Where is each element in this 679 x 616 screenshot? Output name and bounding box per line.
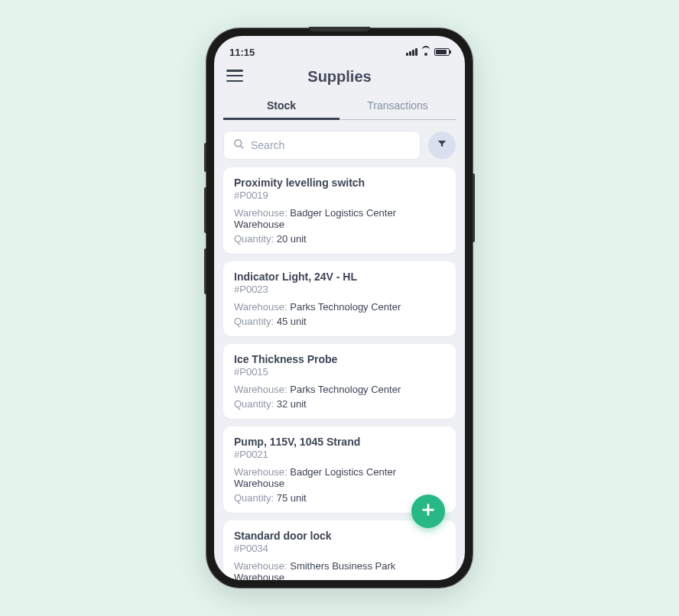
battery-icon [434, 48, 450, 56]
list-item[interactable]: Ice Thickness Probe #P0015 Warehouse: Pa… [223, 344, 456, 419]
item-quantity: Quantity: 32 unit [234, 398, 445, 410]
svg-line-1 [241, 146, 243, 148]
app-screen: 11:15 Supplies Stock Transactions [214, 36, 465, 580]
tab-transactions[interactable]: Transactions [340, 93, 456, 119]
tab-label: Transactions [367, 99, 428, 112]
item-id: #P0019 [234, 190, 445, 201]
status-indicators [406, 48, 450, 56]
wifi-icon [421, 48, 431, 56]
item-id: #P0023 [234, 284, 445, 295]
add-button[interactable] [411, 494, 445, 528]
app-header: Supplies [214, 63, 465, 93]
status-bar: 11:15 [214, 36, 465, 63]
tabs: Stock Transactions [223, 93, 456, 120]
page-title: Supplies [307, 68, 371, 86]
item-warehouse: Warehouse: Smithers Business Park Wareho… [234, 560, 445, 580]
item-warehouse: Warehouse: Parks Technology Center [234, 301, 445, 313]
tab-label: Stock [267, 99, 296, 112]
item-name: Standard door lock [234, 530, 445, 542]
item-warehouse: Warehouse: Badger Logistics Center Wareh… [234, 466, 445, 489]
item-quantity: Quantity: 45 unit [234, 316, 445, 327]
plus-icon [420, 501, 437, 521]
item-name: Proximity levelling switch [234, 177, 445, 189]
item-id: #P0015 [234, 366, 445, 378]
menu-button[interactable] [226, 70, 243, 82]
item-id: #P0021 [234, 449, 445, 460]
search-input[interactable] [251, 139, 411, 151]
search-row [214, 120, 465, 167]
item-name: Pump, 115V, 1045 Strand [234, 436, 445, 448]
svg-point-0 [235, 140, 242, 147]
list-item[interactable]: Indicator Light, 24V - HL #P0023 Warehou… [223, 261, 456, 336]
item-warehouse: Warehouse: Badger Logistics Center Wareh… [234, 207, 445, 230]
item-warehouse: Warehouse: Parks Technology Center [234, 384, 445, 395]
signal-icon [406, 48, 417, 56]
item-quantity: Quantity: 20 unit [234, 233, 445, 245]
item-name: Ice Thickness Probe [234, 353, 445, 365]
list-item[interactable]: Proximity levelling switch #P0019 Wareho… [223, 167, 456, 254]
item-id: #P0034 [234, 543, 445, 554]
filter-icon [437, 138, 447, 152]
tab-stock[interactable]: Stock [223, 93, 340, 119]
item-name: Indicator Light, 24V - HL [234, 271, 445, 283]
search-icon [233, 138, 245, 152]
list-item[interactable]: Standard door lock #P0034 Warehouse: Smi… [223, 520, 456, 580]
phone-frame: 11:15 Supplies Stock Transactions [206, 28, 473, 588]
status-time: 11:15 [229, 47, 255, 58]
search-box[interactable] [223, 131, 421, 160]
filter-button[interactable] [428, 131, 456, 159]
